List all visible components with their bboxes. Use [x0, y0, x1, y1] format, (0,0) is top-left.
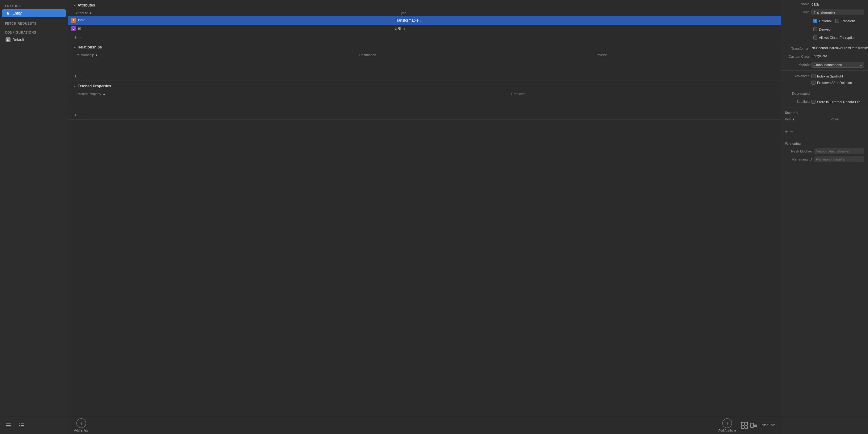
- table-row[interactable]: T data Transformable ⊙: [68, 16, 781, 25]
- fetched-properties-remove-button[interactable]: −: [80, 113, 82, 118]
- divider-5: [781, 138, 868, 138]
- relationships-section-header[interactable]: ▾ Relationships: [68, 42, 781, 52]
- table-row: [68, 104, 781, 111]
- cloud-encryption-row: Allows Cloud Encryption: [781, 33, 868, 42]
- deprecated-label: Deprecated: [785, 91, 810, 95]
- fetched-properties-add-button[interactable]: +: [74, 113, 77, 118]
- table-row[interactable]: U id URI ⊙: [68, 25, 781, 33]
- attributes-add-button[interactable]: +: [74, 35, 77, 40]
- attribute-name: data: [78, 18, 85, 22]
- svg-rect-0: [6, 424, 11, 424]
- optional-label: Optional: [819, 19, 832, 23]
- cloud-encryption-checkbox[interactable]: [813, 35, 817, 39]
- cloud-encryption-checkbox-row: Allows Cloud Encryption: [813, 35, 856, 40]
- preserve-after-deletion-checkbox[interactable]: [811, 80, 815, 85]
- deprecated-row: Deprecated: [781, 90, 868, 98]
- attributes-table: Attribute ▲ Type T data Transformable: [68, 10, 781, 33]
- fetched-property-col-header[interactable]: Fetched Property ▲: [68, 91, 504, 97]
- sidebar-item-entity[interactable]: E Entity: [2, 9, 66, 17]
- advanced-row: Advanced Index in Spotlight Preserve Aft…: [781, 72, 868, 87]
- fetch-requests-section-label: FETCH REQUESTS: [0, 18, 68, 27]
- user-info-add-remove: + −: [781, 128, 868, 135]
- fetched-properties-table: Fetched Property ▲ Predicate: [68, 91, 781, 111]
- attribute-type-cell[interactable]: Transformable ⊙: [392, 16, 781, 25]
- attribute-name-cell: U id: [68, 25, 392, 33]
- attribute-col-header[interactable]: Attribute ▲: [68, 10, 392, 16]
- store-external-checkbox[interactable]: [811, 100, 815, 104]
- user-info-remove-button[interactable]: −: [790, 129, 793, 134]
- sidebar-item-default[interactable]: C Default: [2, 36, 66, 44]
- list-style-button[interactable]: [17, 421, 25, 429]
- relationships-chevron: ▾: [74, 46, 76, 49]
- renaming-id-row: Renaming ID: [781, 155, 868, 163]
- advanced-label: Advanced: [785, 73, 810, 78]
- right-panel: Name data Type Transformable ⌄ Optional …: [781, 0, 868, 434]
- custom-class-value: EntityData: [811, 54, 864, 58]
- bottom-center-toolbar: + Add Entity + Add Attribute Editor Styl…: [68, 416, 781, 434]
- outline-style-button[interactable]: [4, 421, 12, 429]
- svg-rect-9: [741, 422, 744, 425]
- add-attribute-circle: +: [722, 418, 732, 428]
- relationships-add-button[interactable]: +: [74, 74, 77, 79]
- svg-rect-5: [19, 425, 20, 426]
- type-dropdown-arrow[interactable]: ⊙: [402, 27, 405, 31]
- type-icon-u: U: [71, 26, 76, 31]
- module-dropdown-value: Global namespace: [814, 63, 842, 67]
- add-attribute-button[interactable]: + Add Attribute: [718, 418, 736, 432]
- config-icon: C: [6, 37, 10, 42]
- versioning-section: Hash Modifier Renaming ID: [781, 146, 868, 165]
- relationship-col-header[interactable]: Relationship ▲: [68, 52, 352, 58]
- user-info-section: Key ▲ Value + −: [781, 115, 868, 137]
- svg-rect-4: [21, 424, 24, 424]
- sidebar-bottom-toolbar: [0, 416, 68, 434]
- attribute-type-value: Transformable: [395, 18, 418, 23]
- type-dropdown-value: Transformable: [814, 10, 836, 14]
- renaming-id-label: Renaming ID: [785, 158, 812, 161]
- spotlight-row: Spotlight Store in External Record File: [781, 98, 868, 106]
- svg-rect-11: [741, 426, 744, 428]
- store-external-row: Store in External Record File: [811, 99, 861, 104]
- hash-modifier-input[interactable]: [814, 148, 864, 154]
- type-dropdown-arrow[interactable]: ⊙: [420, 19, 422, 22]
- name-value: data: [811, 2, 818, 6]
- fetched-properties-section-header[interactable]: ▾ Fetched Properties: [68, 81, 781, 91]
- user-info-add-button[interactable]: +: [785, 129, 788, 134]
- attribute-type-cell[interactable]: URI ⊙: [392, 25, 781, 33]
- transformer-value: NSSecureUnarchiveFromDataTransformer: [811, 46, 868, 50]
- type-dropdown[interactable]: Transformable ⌄: [811, 9, 864, 15]
- index-in-spotlight-checkbox[interactable]: [811, 74, 815, 78]
- attributes-section-header[interactable]: ▾ Attributes: [68, 0, 781, 10]
- module-label: Module: [785, 62, 810, 66]
- svg-rect-2: [6, 427, 11, 427]
- fetched-properties-title: Fetched Properties: [78, 84, 111, 88]
- transient-checkbox-row: Transient: [835, 18, 855, 24]
- svg-rect-1: [6, 425, 11, 426]
- fetched-properties-section: ▾ Fetched Properties Fetched Property ▲ …: [68, 81, 781, 120]
- transient-checkbox[interactable]: [835, 19, 839, 23]
- derived-checkbox[interactable]: [813, 27, 817, 31]
- optional-label-spacer: [785, 21, 810, 21]
- svg-rect-7: [19, 427, 20, 427]
- svg-rect-6: [21, 425, 24, 426]
- custom-class-label: Custom Class: [785, 54, 810, 58]
- relationships-remove-button[interactable]: −: [80, 74, 82, 79]
- derived-label: Derived: [819, 28, 831, 31]
- module-dropdown[interactable]: Global namespace ⌄: [811, 62, 864, 68]
- index-in-spotlight-label: Index in Spotlight: [817, 74, 843, 78]
- preserve-after-deletion-label: Preserve After Deletion: [817, 81, 852, 85]
- divider-1: [781, 43, 868, 43]
- attribute-type-value: URI: [395, 27, 401, 31]
- editor-style-button[interactable]: Editor Style: [741, 422, 775, 429]
- add-entity-button[interactable]: + Add Entity: [74, 418, 88, 432]
- svg-rect-10: [745, 422, 747, 425]
- svg-rect-12: [745, 426, 747, 428]
- renaming-id-input[interactable]: [814, 157, 864, 162]
- divider-3: [781, 88, 868, 88]
- svg-rect-8: [21, 427, 24, 427]
- attributes-section: ▾ Attributes Attribute ▲ Type T d: [68, 0, 781, 42]
- table-row: [781, 122, 868, 128]
- value-col-header: Value: [827, 116, 868, 122]
- optional-checkbox[interactable]: [813, 19, 817, 23]
- fetched-properties-chevron: ▾: [74, 85, 76, 88]
- attributes-remove-button[interactable]: −: [80, 35, 82, 40]
